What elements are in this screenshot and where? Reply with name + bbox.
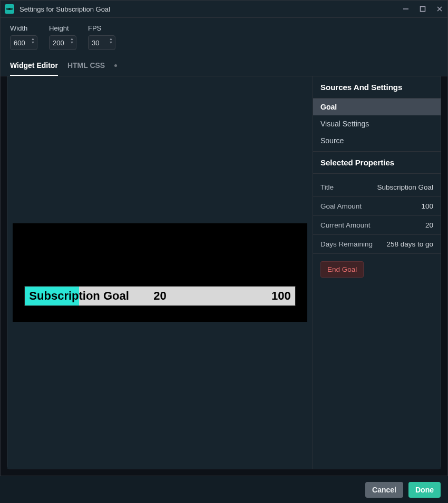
fps-value: 30	[92, 39, 99, 47]
width-input[interactable]: 600 ▲▼	[10, 35, 37, 50]
tab-indicator-dot-icon	[114, 64, 117, 67]
fps-group: FPS 30 ▲▼	[88, 24, 115, 50]
prop-days-remaining-row: Days Remaining 258 days to go	[313, 235, 441, 254]
fps-input[interactable]: 30 ▲▼	[88, 35, 115, 50]
sources-list: Goal Visual Settings Source	[313, 98, 441, 152]
height-value: 200	[53, 39, 64, 47]
goal-bar-text: Subscription Goal 20 100	[25, 287, 295, 305]
goal-bar-total: 100	[271, 289, 291, 303]
chevron-up-icon: ▲	[70, 37, 74, 41]
title-bar: Settings for Subscription Goal	[1, 1, 447, 18]
prop-title-row: Title Subscription Goal	[313, 174, 441, 197]
tab-widget-editor[interactable]: Widget Editor	[10, 56, 58, 76]
fps-spinner[interactable]: ▲▼	[109, 37, 113, 44]
selected-properties-heading: Selected Properties	[313, 152, 441, 174]
preview-canvas: Subscription Goal 20 100	[13, 223, 307, 321]
app-logo-icon	[5, 4, 14, 14]
preview-area: Subscription Goal 20 100	[7, 76, 313, 469]
goal-bar-current: 20	[153, 289, 166, 303]
fps-label: FPS	[88, 24, 115, 32]
width-label: Width	[10, 24, 37, 32]
sidebar-item-source[interactable]: Source	[313, 132, 441, 149]
dimensions-row: Width 600 ▲▼ Height 200 ▲▼ FPS 30 ▲▼	[1, 18, 447, 55]
tab-html-css[interactable]: HTML CSS	[67, 56, 105, 76]
cancel-button[interactable]: Cancel	[365, 482, 403, 498]
chevron-up-icon: ▲	[31, 37, 35, 41]
window-controls	[402, 5, 443, 13]
prop-goal-amount-row: Goal Amount 100	[313, 197, 441, 216]
prop-title-label: Title	[320, 183, 334, 191]
width-group: Width 600 ▲▼	[10, 24, 37, 50]
chevron-down-icon: ▼	[109, 41, 113, 44]
prop-current-amount-row: Current Amount 20	[313, 216, 441, 235]
prop-goal-amount-label: Goal Amount	[320, 202, 362, 210]
svg-rect-4	[421, 7, 425, 12]
svg-rect-0	[6, 8, 13, 10]
height-spinner[interactable]: ▲▼	[70, 37, 74, 44]
width-spinner[interactable]: ▲▼	[31, 37, 35, 44]
sources-settings-heading: Sources And Settings	[313, 76, 441, 98]
end-goal-button[interactable]: End Goal	[320, 261, 364, 278]
sidebar-item-visual-settings[interactable]: Visual Settings	[313, 115, 441, 132]
done-button[interactable]: Done	[408, 482, 441, 498]
height-input[interactable]: 200 ▲▼	[49, 35, 76, 50]
height-label: Height	[49, 24, 76, 32]
tab-row: Widget Editor HTML CSS	[1, 55, 447, 76]
prop-goal-amount-value: 100	[421, 202, 433, 210]
svg-point-1	[7, 8, 8, 9]
prop-current-amount-label: Current Amount	[320, 221, 371, 229]
minimize-button[interactable]	[402, 5, 410, 13]
sidebar-item-goal[interactable]: Goal	[313, 98, 441, 115]
goal-bar: Subscription Goal 20 100	[24, 286, 295, 306]
height-group: Height 200 ▲▼	[49, 24, 76, 50]
prop-current-amount-value: 20	[425, 221, 433, 229]
chevron-down-icon: ▼	[31, 41, 35, 44]
chevron-down-icon: ▼	[70, 41, 74, 44]
footer: Cancel Done	[0, 476, 448, 503]
close-button[interactable]	[436, 5, 443, 13]
right-panel: Sources And Settings Goal Visual Setting…	[313, 76, 441, 469]
width-value: 600	[14, 39, 25, 47]
prop-days-remaining-label: Days Remaining	[320, 240, 373, 248]
goal-bar-title: Subscription Goal	[29, 289, 129, 303]
maximize-button[interactable]	[419, 5, 426, 13]
window-title: Settings for Subscription Goal	[20, 5, 402, 13]
prop-days-remaining-value: 258 days to go	[386, 240, 433, 248]
chevron-up-icon: ▲	[109, 37, 113, 41]
svg-point-2	[11, 8, 12, 9]
main-panel: Subscription Goal 20 100 Sources And Set…	[7, 76, 441, 469]
prop-title-value: Subscription Goal	[377, 183, 433, 191]
